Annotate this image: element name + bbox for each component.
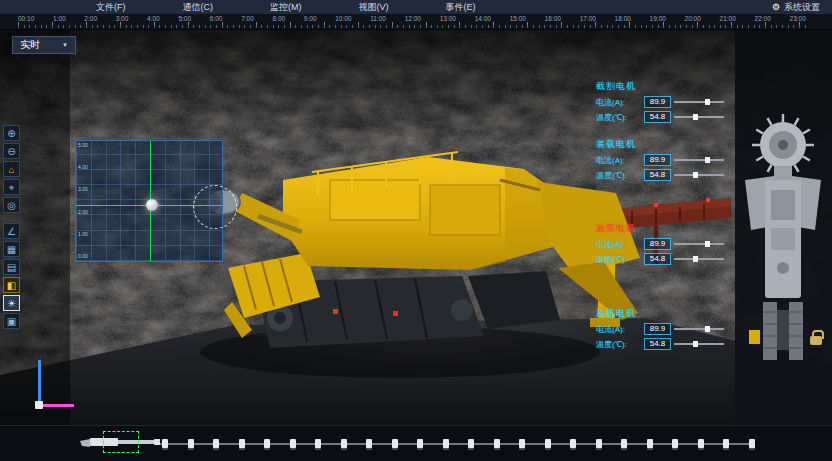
- gauge-handle: [693, 256, 698, 262]
- machine-train-strip[interactable]: [0, 425, 832, 461]
- grid-toggle-button[interactable]: ▦: [3, 241, 20, 257]
- timeline-label: 8:00: [273, 15, 286, 22]
- section-view-button[interactable]: ◧: [3, 277, 20, 293]
- metric-value: 54.8: [644, 338, 671, 350]
- grid-y-label: 3.00: [78, 187, 88, 192]
- metric-value: 89.9: [644, 323, 671, 335]
- zoom-out-button[interactable]: ⊖: [3, 143, 20, 159]
- metric-label: 温度(℃):: [596, 170, 641, 181]
- timeline-label: 18:00: [615, 15, 631, 22]
- train-segment[interactable]: [264, 439, 270, 448]
- layers-button[interactable]: ▤: [3, 259, 20, 275]
- menu-item-monitor[interactable]: 监控(M): [270, 1, 302, 14]
- train-segment[interactable]: [239, 439, 245, 448]
- timeline-label: 1:00: [53, 15, 66, 22]
- viewport-3d[interactable]: 5.004.003.002.001.000.00 实时 ▼ ⊕⊖⌂⌖◎∠▦▤◧☀…: [0, 30, 832, 425]
- metric-gauge[interactable]: [674, 258, 724, 260]
- menu-item-file[interactable]: 文件(F): [96, 1, 126, 14]
- menu-item-comm[interactable]: 通信(C): [183, 1, 214, 14]
- realtime-mode-dropdown[interactable]: 实时 ▼: [12, 36, 76, 54]
- train-segment[interactable]: [519, 439, 525, 448]
- motor-panel: 风机电机电流(A):89.9温度(℃):54.8: [596, 307, 746, 350]
- train-segment[interactable]: [545, 439, 551, 448]
- metric-gauge[interactable]: [674, 159, 724, 161]
- train-segment[interactable]: [494, 439, 500, 448]
- motor-metric-row: 温度(℃):54.8: [596, 169, 746, 181]
- axis-origin-dot: [35, 401, 43, 409]
- metric-value: 89.9: [644, 154, 671, 166]
- metric-gauge[interactable]: [674, 101, 724, 103]
- zoom-in-button[interactable]: ⊕: [3, 125, 20, 141]
- lock-icon[interactable]: [810, 336, 822, 345]
- train-segment[interactable]: [570, 439, 576, 448]
- focus-target-button[interactable]: ⌖: [3, 179, 20, 195]
- motor-title: 装载电机: [596, 138, 746, 151]
- motor-metric-row: 温度(℃):54.8: [596, 338, 746, 350]
- train-segment[interactable]: [315, 439, 321, 448]
- info-button[interactable]: ▣: [3, 313, 20, 329]
- machine-schematic-panel: [735, 30, 832, 425]
- mode-label: 实时: [20, 38, 40, 52]
- metric-gauge[interactable]: [674, 328, 724, 330]
- train-segment[interactable]: [290, 439, 296, 448]
- camera-view-button[interactable]: ◎: [3, 197, 20, 213]
- timeline-label: 19:00: [650, 15, 666, 22]
- motor-metric-row: 温度(℃):54.8: [596, 111, 746, 123]
- home-view-button[interactable]: ⌂: [3, 161, 20, 177]
- train-segment[interactable]: [749, 439, 755, 448]
- menu-item-event[interactable]: 事件(E): [446, 1, 476, 14]
- train-segment[interactable]: [366, 439, 372, 448]
- grid-y-label: 0.00: [78, 254, 88, 259]
- timeline-label: 22:00: [755, 15, 771, 22]
- system-settings-button[interactable]: ⚙ 系统设置: [772, 1, 820, 14]
- measure-tool-button[interactable]: ∠: [3, 223, 20, 239]
- metric-label: 电流(A):: [596, 239, 641, 250]
- motor-panel: 截割电机电流(A):89.9温度(℃):54.8: [596, 80, 746, 123]
- train-segment[interactable]: [672, 439, 678, 448]
- grid-y-labels: 5.004.003.002.001.000.00: [78, 143, 88, 259]
- metric-gauge[interactable]: [674, 174, 724, 176]
- train-segment[interactable]: [698, 439, 704, 448]
- train-segment[interactable]: [723, 439, 729, 448]
- train-segment[interactable]: [621, 439, 627, 448]
- motor-panel: 装载电机电流(A):89.9温度(℃):54.8: [596, 138, 746, 181]
- train-segment[interactable]: [188, 439, 194, 448]
- timeline-label: 11:00: [370, 15, 386, 22]
- timeline-labels: 00:101:002:003:004:005:006:007:008:009:0…: [18, 15, 806, 22]
- train-segment[interactable]: [647, 439, 653, 448]
- metric-label: 电流(A):: [596, 97, 641, 108]
- metric-gauge[interactable]: [674, 116, 724, 118]
- motor-panel: 油泵电机电流(A):89.9温度(℃):54.8: [596, 222, 746, 265]
- timeline-label: 20:00: [685, 15, 701, 22]
- train-segment[interactable]: [417, 439, 423, 448]
- metric-gauge[interactable]: [674, 243, 724, 245]
- timeline-label: 4:00: [147, 15, 160, 22]
- grid-y-label: 1.00: [78, 232, 88, 237]
- selection-box: [103, 431, 139, 453]
- metric-value: 54.8: [644, 253, 671, 265]
- timeline-label: 2:00: [84, 15, 97, 22]
- menu-bar: 文件(F)通信(C)监控(M)视图(V)事件(E) ⚙ 系统设置: [0, 0, 832, 14]
- train-segment[interactable]: [468, 439, 474, 448]
- train-segment[interactable]: [392, 439, 398, 448]
- grid-y-label: 4.00: [78, 165, 88, 170]
- menu-item-view[interactable]: 视图(V): [359, 1, 389, 14]
- train-segment[interactable]: [596, 439, 602, 448]
- timeline-label: 6:00: [210, 15, 223, 22]
- menu-items: 文件(F)通信(C)监控(M)视图(V)事件(E): [0, 1, 476, 14]
- train-segment[interactable]: [443, 439, 449, 448]
- train-segment[interactable]: [213, 439, 219, 448]
- timeline-label: 23:00: [790, 15, 806, 22]
- timeline-label: 15:00: [510, 15, 526, 22]
- gauge-handle: [693, 172, 698, 178]
- metric-label: 温度(℃):: [596, 112, 641, 123]
- timeline-label: 16:00: [545, 15, 561, 22]
- lighting-button[interactable]: ☀: [3, 295, 20, 311]
- train-segment[interactable]: [162, 439, 168, 448]
- motor-metric-row: 电流(A):89.9: [596, 238, 746, 250]
- timeline-ruler[interactable]: 00:101:002:003:004:005:006:007:008:009:0…: [0, 14, 832, 30]
- metric-value: 54.8: [644, 111, 671, 123]
- train-segment[interactable]: [341, 439, 347, 448]
- metric-gauge[interactable]: [674, 343, 724, 345]
- timeline-label: 10:00: [335, 15, 351, 22]
